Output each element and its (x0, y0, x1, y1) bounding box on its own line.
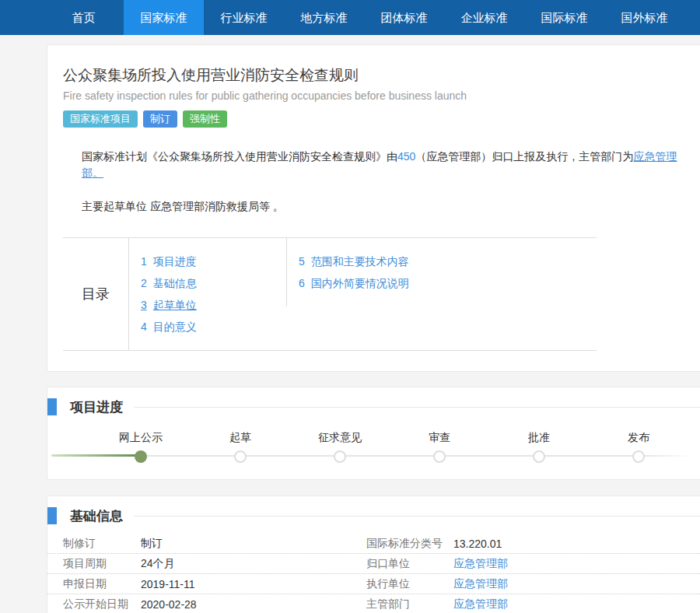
step-label: 网上公示 (119, 431, 163, 445)
step-online-publicity: 网上公示 (119, 431, 163, 463)
step-label: 起草 (229, 431, 251, 445)
step-dot (234, 450, 247, 463)
step-publication: 发布 (628, 431, 649, 463)
step-dot (632, 450, 645, 463)
toc-num: 5 (299, 255, 305, 268)
row-value: 2020-02-28 (141, 598, 366, 611)
row-label: 主管部门 (366, 597, 453, 611)
row-value: 24个月 (141, 557, 366, 571)
row-label: 申报日期 (47, 577, 141, 591)
row-label: 归口单位 (366, 557, 453, 571)
section-marker-icon (47, 507, 57, 524)
standard-detail-card: 公众聚集场所投入使用营业消防安全检查规则 Fire safety inspect… (47, 44, 700, 372)
progress-stepper: 网上公示 起草 征求意见 审查 批准 发布 (47, 428, 700, 468)
toc-num: 4 (141, 321, 147, 333)
step-approval: 批准 (528, 431, 550, 463)
basic-info-table: 制修订 制订 国际标准分类号 13.220.01 项目周期 24个月 归口单位 … (47, 534, 700, 613)
toc-link[interactable]: 3起草单位 (141, 299, 197, 311)
tag-mandatory: 强制性 (183, 110, 227, 128)
summary-text: 国家标准计划《公众聚集场所投入使用营业消防安全检查规则》由 (82, 150, 397, 163)
step-label: 批准 (528, 431, 550, 445)
section-marker-icon (47, 398, 57, 415)
step-label: 征求意见 (318, 431, 362, 445)
summary-paragraph-1: 国家标准计划《公众聚集场所投入使用营业消防安全检查规则》由450（应急管理部）归… (82, 149, 692, 181)
toc-item-domestic-foreign-overview[interactable]: 6国内外简要情况说明 (299, 272, 409, 294)
nav-item-group-standards[interactable]: 团体标准 (364, 0, 444, 35)
row-value: 制订 (141, 537, 366, 551)
toc-item-purpose[interactable]: 4目的意义 (141, 316, 286, 338)
nav-item-foreign-standards[interactable]: 国外标准 (604, 0, 684, 35)
row-value: 2019-11-11 (141, 578, 366, 590)
row-label: 公示开始日期 (47, 597, 141, 611)
centralized-unit-link[interactable]: 应急管理部 (453, 557, 508, 569)
executing-unit-link[interactable]: 应急管理部 (453, 577, 508, 590)
section-divider (134, 407, 700, 408)
step-label: 审查 (429, 431, 450, 445)
top-navigation: 首页 国家标准 行业标准 地方标准 团体标准 企业标准 国际标准 国外标准 (0, 0, 700, 35)
step-dot (334, 450, 346, 463)
toc-column-2: 5范围和主要技术内容 6国内外简要情况说明 (286, 238, 409, 306)
toc-link[interactable]: 1项目进度 (141, 255, 197, 268)
section-title: 项目进度 (70, 398, 123, 416)
toc-text: 目的意义 (153, 321, 197, 333)
toc-item-scope[interactable]: 5范围和主要技术内容 (299, 250, 409, 272)
step-review: 审查 (429, 431, 450, 463)
toc-text: 起草单位 (153, 299, 197, 311)
row-label: 制修订 (47, 537, 141, 551)
nav-item-national-standards[interactable]: 国家标准 (124, 0, 204, 35)
summary-paragraph-2: 主要起草单位 应急管理部消防救援局等 。 (82, 198, 692, 215)
row-label: 国际标准分类号 (366, 537, 453, 551)
project-progress-card: 项目进度 网上公示 起草 征求意见 审查 批准 发布 (47, 387, 700, 480)
toc-link[interactable]: 4目的意义 (141, 321, 197, 333)
step-comment-solicitation: 征求意见 (318, 431, 362, 463)
ics-number: 13.220.01 (453, 538, 700, 550)
row-label: 项目周期 (47, 557, 141, 571)
step-dot (433, 450, 446, 463)
toc-link[interactable]: 5范围和主要技术内容 (299, 255, 409, 268)
page-title: 公众聚集场所投入使用营业消防安全检查规则 (63, 65, 692, 86)
step-dot-active (135, 450, 147, 463)
toc-link[interactable]: 6国内外简要情况说明 (299, 277, 409, 289)
toc-item-drafting-units[interactable]: 3起草单位 (141, 294, 286, 316)
table-row: 申报日期 2019-11-11 执行单位 应急管理部 (47, 574, 700, 594)
toc-text: 项目进度 (153, 255, 197, 268)
tag-row: 国家标准项目 制订 强制性 (63, 110, 692, 128)
section-title: 基础信息 (70, 507, 123, 525)
toc-item-basic-info[interactable]: 2基础信息 (141, 272, 286, 294)
step-drafting: 起草 (229, 431, 251, 463)
section-heading-progress: 项目进度 (47, 398, 700, 415)
tag-formulation: 制订 (143, 110, 177, 128)
summary-text: （应急管理部）归口上报及执行，主管部门为 (415, 150, 633, 163)
toc-column-1: 1项目进度 2基础信息 3起草单位 4目的意义 (129, 238, 286, 350)
step-dot (533, 450, 545, 463)
toc-num: 6 (299, 277, 305, 289)
basic-info-card: 基础信息 制修订 制订 国际标准分类号 13.220.01 项目周期 24个月 … (47, 496, 700, 613)
nav-item-enterprise-standards[interactable]: 企业标准 (444, 0, 524, 35)
toc-label: 目录 (63, 238, 129, 350)
table-of-contents: 目录 1项目进度 2基础信息 3起草单位 4目的意义 5范围和主要技术内容 6国… (63, 237, 597, 351)
row-label: 执行单位 (366, 577, 453, 591)
toc-text: 基础信息 (153, 277, 197, 289)
nav-item-international-standards[interactable]: 国际标准 (524, 0, 604, 35)
table-row: 项目周期 24个月 归口单位 应急管理部 (47, 554, 700, 574)
section-heading-basic-info: 基础信息 (47, 507, 700, 524)
summary-block: 国家标准计划《公众聚集场所投入使用营业消防安全检查规则》由450（应急管理部）归… (63, 149, 692, 215)
tag-national-standard-project: 国家标准项目 (63, 110, 138, 128)
toc-item-project-progress[interactable]: 1项目进度 (141, 250, 286, 272)
step-label: 发布 (628, 431, 649, 445)
table-row: 制修订 制订 国际标准分类号 13.220.01 (47, 534, 700, 554)
page-subtitle-english: Fire safety inspection rules for public … (63, 89, 692, 102)
authority-dept-link[interactable]: 应急管理部 (453, 597, 508, 610)
toc-num: 1 (141, 255, 147, 268)
toc-text: 国内外简要情况说明 (311, 277, 409, 289)
table-row: 公示开始日期 2020-02-28 主管部门 应急管理部 (47, 594, 700, 613)
toc-text: 范围和主要技术内容 (311, 255, 409, 268)
nav-item-home[interactable]: 首页 (44, 0, 124, 35)
toc-num: 3 (141, 299, 147, 311)
toc-num: 2 (141, 277, 147, 289)
dept-code-link[interactable]: 450 (397, 150, 415, 163)
toc-link[interactable]: 2基础信息 (141, 277, 197, 289)
section-divider (134, 516, 700, 517)
nav-item-local-standards[interactable]: 地方标准 (284, 0, 364, 35)
nav-item-industry-standards[interactable]: 行业标准 (204, 0, 284, 35)
